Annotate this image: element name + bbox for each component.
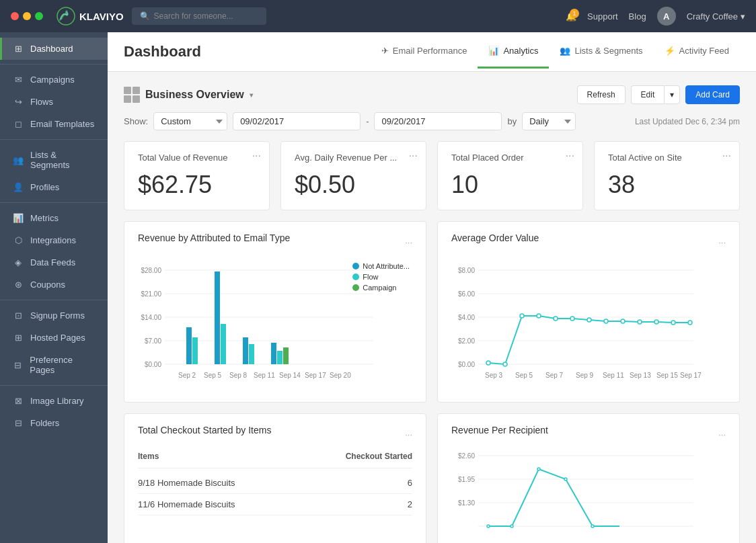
chart-title-avg-order: Average Order Value	[451, 233, 539, 243]
svg-point-48	[671, 321, 675, 325]
edit-button[interactable]: Edit	[631, 85, 665, 104]
stat-card-revenue: ··· Total Value of Revenue $62.75	[124, 141, 270, 210]
sidebar-item-lists-segments[interactable]: 👥 Lists & Segments	[0, 144, 108, 176]
account-name[interactable]: Crafty Coffee ▾	[687, 11, 745, 22]
sidebar-label: Preference Pages	[30, 355, 97, 375]
maximize-button[interactable]	[35, 12, 43, 20]
topbar-right: 🔔 1 Support Blog A Crafty Coffee ▾	[566, 7, 745, 26]
stat-menu-3[interactable]: ···	[566, 150, 574, 162]
svg-point-47	[654, 320, 658, 324]
filters-row: Show: Custom Last 7 Days Last 30 Days - …	[124, 112, 740, 130]
sidebar-label-dashboard: Dashboard	[30, 44, 73, 54]
stat-menu-1[interactable]: ···	[252, 150, 261, 162]
checkout-table-header: Items Checkout Started	[138, 452, 412, 468]
blog-link[interactable]: Blog	[629, 11, 646, 22]
support-link[interactable]: Support	[587, 11, 618, 22]
stat-menu-4[interactable]: ···	[722, 150, 731, 162]
data-feeds-icon: ◈	[13, 257, 24, 267]
sidebar-label: Profiles	[30, 182, 59, 192]
legend-dot-2	[352, 274, 359, 280]
item-name-2: 11/6 Homemade Biscuits	[138, 499, 235, 509]
svg-point-67	[537, 468, 540, 470]
search-bar[interactable]: 🔍 Search for someone...	[132, 7, 266, 25]
sidebar-label-hosted-pages: Hosted Pages	[30, 333, 85, 343]
sidebar-label-email-templates: Email Templates	[30, 119, 94, 129]
svg-point-41	[554, 317, 558, 321]
svg-point-0	[57, 7, 75, 25]
sidebar-label: Lists & Segments	[30, 150, 97, 170]
checkout-table-card: Total Checkout Started by Items ··· Item…	[124, 413, 426, 543]
sidebar-item-data-feeds[interactable]: ◈ Data Feeds	[0, 251, 108, 274]
date-separator: -	[366, 116, 369, 126]
svg-text:Sep 5: Sep 5	[204, 372, 222, 379]
dashboard-content: Business Overview ▾ Refresh Edit ▾ Add C…	[108, 72, 756, 543]
svg-text:Sep 15: Sep 15	[656, 372, 678, 379]
notification-bell[interactable]: 🔔 1	[566, 11, 576, 22]
chart-menu-1[interactable]: ···	[405, 237, 412, 247]
sidebar-item-profiles[interactable]: 👤 Profiles	[0, 176, 108, 198]
stat-value-3: 10	[451, 171, 569, 199]
item-value-1: 6	[408, 478, 412, 488]
sidebar-item-metrics[interactable]: 📊 Metrics	[0, 207, 108, 229]
svg-point-40	[537, 314, 541, 318]
svg-text:Sep 8: Sep 8	[229, 372, 248, 379]
svg-text:$21.00: $21.00	[141, 290, 161, 298]
tab-analytics[interactable]: 📊 Analytics	[478, 35, 549, 69]
edit-dropdown-button[interactable]: ▾	[664, 85, 680, 104]
overview-dropdown-arrow[interactable]: ▾	[250, 91, 253, 99]
edit-button-group: Edit ▾	[631, 85, 681, 104]
sidebar-item-folders[interactable]: ⊟ Folders	[0, 412, 108, 434]
svg-text:$8.00: $8.00	[458, 267, 475, 274]
sidebar-label: Image Library	[30, 396, 83, 406]
svg-point-49	[688, 321, 692, 325]
svg-point-46	[638, 320, 642, 324]
sidebar-item-dashboard[interactable]: ⊞ Dashboard	[0, 38, 108, 60]
stats-row: ··· Total Value of Revenue $62.75 ··· Av…	[124, 141, 740, 210]
email-templates-icon: ◻	[13, 119, 24, 129]
overview-bar: Business Overview ▾ Refresh Edit ▾ Add C…	[124, 85, 740, 104]
sidebar-item-email-templates[interactable]: ◻ Email Templates	[0, 113, 108, 135]
line-chart-avg-order: $8.00 $6.00 $4.00 $2.00 $0.00	[451, 257, 707, 391]
checkout-menu[interactable]: ···	[405, 429, 412, 440]
sidebar-item-hosted-pages[interactable]: ⊞ Hosted Pages	[0, 327, 108, 349]
date-to-input[interactable]	[374, 112, 502, 130]
main-content: Dashboard ✈ Email Performance 📊 Analytic…	[108, 32, 756, 543]
chart-title-revenue-recipient: Revenue Per Recipient	[451, 425, 548, 435]
show-select[interactable]: Custom Last 7 Days Last 30 Days	[153, 112, 227, 130]
sidebar-label-metrics: Metrics	[30, 213, 59, 223]
metrics-icon: 📊	[13, 213, 24, 223]
tab-email-performance[interactable]: ✈ Email Performance	[371, 35, 478, 69]
stat-value-4: 38	[608, 171, 726, 199]
sidebar-label: Integrations	[30, 235, 76, 245]
sidebar-item-image-library[interactable]: ⊠ Image Library	[0, 390, 108, 412]
minimize-button[interactable]	[23, 12, 31, 20]
svg-rect-12	[192, 337, 198, 364]
chart-menu-2[interactable]: ···	[718, 237, 726, 247]
stat-card-active: ··· Total Active on Site 38	[594, 141, 740, 210]
svg-text:$1.30: $1.30	[458, 499, 475, 507]
sidebar-item-campaigns[interactable]: ✉ Campaigns	[0, 69, 108, 91]
legend-dot-3	[352, 284, 359, 291]
chart-wrapper-1: $28.00 $21.00 $14.00 $7.00 $0.00	[138, 257, 412, 391]
svg-text:Sep 3: Sep 3	[485, 372, 503, 379]
svg-text:Sep 17: Sep 17	[305, 372, 326, 379]
sidebar-item-coupons[interactable]: ⊛ Coupons	[0, 274, 108, 296]
page-header: Dashboard ✈ Email Performance 📊 Analytic…	[108, 32, 756, 72]
add-card-button[interactable]: Add Card	[685, 85, 740, 104]
sidebar-item-signup-forms[interactable]: ⊡ Signup Forms	[0, 304, 108, 327]
sidebar-item-preference-pages[interactable]: ⊟ Preference Pages	[0, 349, 108, 381]
date-from-input[interactable]	[233, 112, 361, 130]
sidebar-item-integrations[interactable]: ⬡ Integrations	[0, 229, 108, 251]
legend-item-3: Campaign	[352, 284, 410, 292]
sidebar-item-flows[interactable]: ↪ Flows	[0, 91, 108, 113]
refresh-button[interactable]: Refresh	[577, 85, 626, 104]
stat-menu-2[interactable]: ···	[409, 150, 418, 162]
chart-menu-3[interactable]: ···	[718, 429, 726, 440]
tab-activity-feed[interactable]: ⚡ Activity Feed	[654, 35, 740, 69]
svg-point-66	[511, 525, 513, 528]
lightning-icon: ⚡	[665, 46, 675, 56]
close-button[interactable]	[11, 12, 19, 20]
charts-row: Revenue by Attributed to Email Type ···	[124, 221, 740, 403]
by-select[interactable]: Daily Weekly Monthly	[522, 112, 576, 130]
tab-lists-segments[interactable]: 👥 Lists & Segments	[549, 35, 653, 69]
